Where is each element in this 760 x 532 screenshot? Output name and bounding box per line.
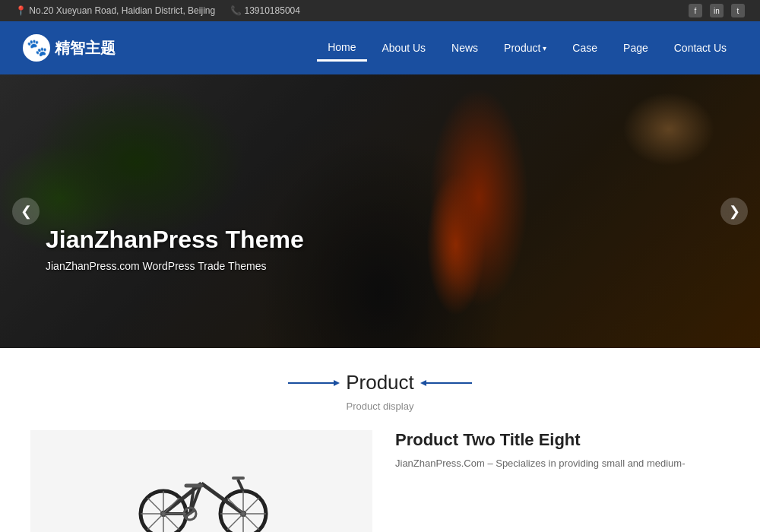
section-line-left (288, 382, 334, 384)
product-section: Product Product display (0, 348, 760, 532)
bike-illustration (125, 442, 277, 532)
hero-title: JianZhanPress Theme (46, 226, 304, 254)
header: 🐾 精智主题 Home About Us News Product ▾ Case… (0, 21, 760, 74)
logo-paw-icon: 🐾 (23, 34, 50, 62)
nav-news[interactable]: News (441, 36, 489, 60)
hero-overlay (0, 74, 760, 348)
nav-case[interactable]: Case (562, 36, 608, 60)
hero-subtitle: JianZhanPress.com WordPress Trade Themes (46, 260, 304, 272)
phone-icon: 📞 (230, 5, 242, 16)
top-bar-right: f in t (689, 4, 745, 17)
address-text: No.20 Xueyuan Road, Haidian District, Be… (29, 5, 215, 16)
top-bar-left: 📍 No.20 Xueyuan Road, Haidian District, … (15, 5, 300, 16)
section-subtitle: Product display (15, 401, 745, 412)
phone-info: 📞 13910185004 (230, 5, 300, 16)
logo-text: 精智主题 (55, 38, 116, 59)
facebook-icon[interactable]: f (689, 4, 702, 17)
product-chevron-icon: ▾ (543, 44, 546, 52)
nav-page[interactable]: Page (613, 36, 659, 60)
nav-contact[interactable]: Contact Us (663, 36, 737, 60)
section-line-right (426, 382, 472, 384)
address-info: 📍 No.20 Xueyuan Road, Haidian District, … (15, 5, 215, 16)
nav-product[interactable]: Product ▾ (493, 36, 557, 60)
product-image (30, 430, 372, 532)
top-bar: 📍 No.20 Xueyuan Road, Haidian District, … (0, 0, 760, 21)
nav-home[interactable]: Home (317, 35, 366, 62)
product-info: Product Two Title Eight JianZhanPress.Co… (388, 430, 730, 532)
hero-banner: JianZhanPress Theme JianZhanPress.com Wo… (0, 74, 760, 348)
product-grid: Product Two Title Eight JianZhanPress.Co… (15, 430, 745, 532)
phone-text: 13910185004 (245, 5, 300, 16)
hero-prev-button[interactable]: ❮ (12, 198, 40, 225)
product-description: JianZhanPress.Com – Specializes in provi… (395, 456, 730, 472)
section-title: Product (346, 371, 414, 394)
nav-about[interactable]: About Us (372, 36, 437, 60)
twitter-icon[interactable]: t (731, 4, 745, 17)
logo[interactable]: 🐾 精智主题 (23, 34, 116, 62)
linkedin-icon[interactable]: in (710, 4, 724, 17)
product-title: Product Two Title Eight (395, 430, 730, 450)
section-title-row: Product (15, 371, 745, 394)
hero-next-button[interactable]: ❯ (720, 198, 748, 225)
location-icon: 📍 (15, 5, 27, 16)
hero-text-block: JianZhanPress Theme JianZhanPress.com Wo… (46, 226, 304, 272)
main-nav: Home About Us News Product ▾ Case Page C… (317, 35, 737, 62)
